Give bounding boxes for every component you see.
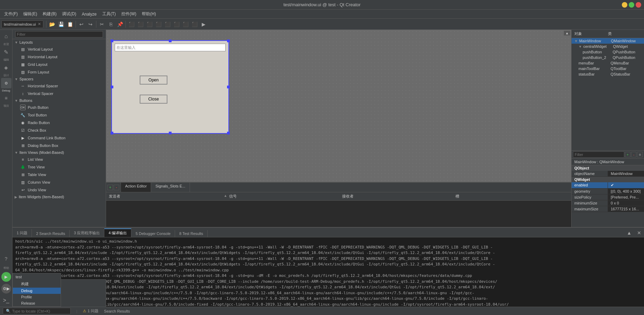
canvas-input-field[interactable]: 在这里输入 bbox=[115, 44, 226, 51]
tb-adjust-btn[interactable]: ⬛ bbox=[190, 20, 199, 28]
widget-item-table-view[interactable]: ⊞ Table View bbox=[12, 171, 106, 178]
prop-row-objectname[interactable]: objectName MainWindow bbox=[572, 171, 644, 177]
widget-section-item-views[interactable]: ▼ Item Views (Model-Based) bbox=[12, 149, 106, 156]
run-debug-button[interactable]: ⚙▶ bbox=[1, 284, 11, 294]
prop-row-minimumsize[interactable]: minimumSize 0 x 0 bbox=[572, 200, 644, 206]
widget-item-tree-view[interactable]: 🌲 Tree View bbox=[12, 163, 106, 171]
file-tab-close-icon[interactable]: ✕ bbox=[38, 22, 41, 26]
widget-section-layouts[interactable]: ▼ Layouts bbox=[12, 39, 106, 45]
tb-grid-btn[interactable]: ⬛ bbox=[163, 20, 172, 28]
tb-saveas-btn[interactable]: 📋 bbox=[66, 20, 74, 28]
widget-item-radio-button[interactable]: ◉ Radio Button bbox=[12, 119, 106, 126]
widget-item-undo-view[interactable]: ↩ Undo View bbox=[12, 186, 106, 194]
prop-objectname-value[interactable]: MainWindow bbox=[608, 171, 644, 176]
widget-item-form-layout[interactable]: ▧ Form Layout bbox=[12, 68, 106, 76]
build-config-item-profile[interactable]: Profile bbox=[13, 294, 61, 300]
tb-break-btn[interactable]: ⬛ bbox=[181, 20, 190, 28]
build-config-item-debug[interactable]: Debug bbox=[13, 288, 61, 294]
widget-item-horizontal-spacer[interactable]: ↔ Horizontal Spacer bbox=[12, 82, 106, 90]
canvas-open-button[interactable]: Open bbox=[140, 76, 167, 85]
menu-tools[interactable]: 工具(T) bbox=[99, 10, 119, 18]
oi-row-statusbar[interactable]: statusBar QStatusBar bbox=[572, 71, 644, 77]
property-remove-btn[interactable]: - bbox=[631, 152, 637, 157]
build-config-item-release[interactable]: Release bbox=[13, 300, 61, 306]
oi-row-centralwidget[interactable]: ▼ centralWidget QWidget bbox=[572, 44, 644, 49]
sidebar-project-icon[interactable]: ≡ bbox=[1, 93, 11, 103]
signal-slot-add-btn[interactable]: + bbox=[107, 185, 113, 190]
menu-build[interactable]: 构建(B) bbox=[40, 10, 59, 18]
oi-row-pushbutton[interactable]: pushButton QPushButton bbox=[572, 49, 644, 55]
widget-item-vertical-layout[interactable]: ▤ Vertical Layout bbox=[12, 45, 106, 53]
menu-debug[interactable]: 调试(D) bbox=[59, 10, 79, 18]
tb-paste-btn[interactable]: 📌 bbox=[116, 20, 124, 28]
canvas-close-button[interactable]: Close bbox=[140, 95, 167, 104]
tb-copy-btn[interactable]: ⎘ bbox=[107, 20, 115, 28]
widget-item-horizontal-layout[interactable]: ▥ Horizontal Layout bbox=[12, 53, 106, 61]
tb-preview-btn[interactable]: ▶ bbox=[199, 20, 208, 28]
tb-undo-btn[interactable]: ↩ bbox=[77, 20, 86, 28]
widget-item-vertical-spacer[interactable]: ↕ Vertical Spacer bbox=[12, 90, 106, 97]
bottom-panel-collapse-btn[interactable]: ▲ bbox=[624, 229, 634, 237]
widget-item-list-view[interactable]: ≡ List View bbox=[12, 156, 106, 163]
bottom-panel-close-btn[interactable]: ✕ bbox=[634, 229, 644, 237]
widget-item-check-box[interactable]: ☑ Check Box bbox=[12, 126, 106, 134]
widget-item-push-button[interactable]: OK Push Button bbox=[12, 104, 106, 111]
menu-widget[interactable]: 控件(W) bbox=[119, 10, 139, 18]
oi-row-pushbutton2[interactable]: pushButton_2 QPushButton bbox=[572, 55, 644, 60]
bottom-tab-compile-output[interactable]: 4 编译输出 bbox=[104, 228, 131, 237]
file-tab[interactable]: test/mainwindow.ui ✕ bbox=[1, 20, 43, 28]
prop-row-enabled[interactable]: enabled ✔ bbox=[572, 182, 644, 189]
status-problems-count[interactable]: ⚠ 1 问题 bbox=[83, 308, 98, 314]
widget-item-dialog-button-box[interactable]: ⊞ Dialog Button Box bbox=[12, 142, 106, 149]
tb-align-center-btn[interactable]: ⬛ bbox=[136, 20, 145, 28]
oi-row-mainwindow[interactable]: ▼ MainWindow QMainWindow bbox=[572, 38, 644, 44]
handle-bc[interactable] bbox=[169, 132, 172, 134]
menu-file[interactable]: 文件(F) bbox=[1, 10, 20, 18]
sidebar-welcome-icon[interactable]: ⌂ bbox=[1, 31, 11, 42]
bottom-tab-debugger-console[interactable]: 5 Debugger Console bbox=[131, 230, 175, 237]
run-button[interactable]: ▶ bbox=[1, 272, 11, 282]
tb-form-btn[interactable]: ⬛ bbox=[172, 20, 181, 28]
bottom-tab-search-results[interactable]: 2 Search Results bbox=[32, 230, 70, 237]
build-config-test-header[interactable]: test bbox=[13, 273, 61, 280]
status-search-results[interactable]: Search Results bbox=[104, 309, 130, 313]
tb-cut-btn[interactable]: ✂ bbox=[98, 20, 106, 28]
action-editor-tab[interactable]: Action Editor bbox=[121, 183, 151, 192]
prop-row-maximumsize[interactable]: maximumSize 16777215 x 16... bbox=[572, 206, 644, 212]
locate-input[interactable] bbox=[12, 309, 68, 313]
property-options-btn[interactable]: ≡ bbox=[637, 152, 643, 157]
handle-tc[interactable] bbox=[169, 40, 172, 42]
property-add-btn[interactable]: + bbox=[625, 152, 630, 157]
menu-analyze[interactable]: Analyze bbox=[79, 11, 99, 17]
handle-ml[interactable] bbox=[111, 86, 113, 88]
canvas-collapse-btn[interactable]: ▲ bbox=[564, 30, 571, 36]
bottom-tab-test-results[interactable]: 8 Test Results bbox=[175, 230, 208, 237]
signals-slots-tab[interactable]: Signals_Slots E... bbox=[151, 183, 190, 192]
maximize-button[interactable] bbox=[629, 2, 634, 8]
prop-row-sizepolicy[interactable]: sizePolicy [Preferred, Pre... bbox=[572, 194, 644, 200]
bottom-tab-app-output[interactable]: 3 应用程序输出 bbox=[70, 229, 104, 237]
tb-open-btn[interactable]: 📂 bbox=[48, 20, 56, 28]
tb-layout-btn[interactable]: ⬛ bbox=[154, 20, 163, 28]
prop-row-geometry[interactable]: geometry [(0, 0), 400 x 300] bbox=[572, 189, 644, 194]
terminal-button[interactable]: >_ bbox=[1, 296, 11, 305]
widget-section-spacers[interactable]: ▼ Spacers bbox=[12, 76, 106, 82]
widget-item-column-view[interactable]: ▥ Column View bbox=[12, 178, 106, 186]
menu-edit[interactable]: 编辑(E) bbox=[20, 10, 40, 18]
widget-filter-input[interactable] bbox=[15, 31, 103, 37]
sidebar-edit-icon[interactable]: ✎ bbox=[1, 47, 11, 57]
oi-row-maintoolbar[interactable]: mainToolBar QToolBar bbox=[572, 66, 644, 71]
tb-redo-btn[interactable]: ↪ bbox=[86, 20, 95, 28]
handle-br[interactable] bbox=[227, 132, 230, 134]
tb-align-right-btn[interactable]: ⬛ bbox=[145, 20, 154, 28]
menu-help[interactable]: 帮助(H) bbox=[139, 10, 159, 18]
property-filter-input[interactable] bbox=[573, 151, 624, 158]
handle-bl[interactable] bbox=[111, 132, 113, 134]
canvas[interactable]: 在这里输入 bbox=[106, 30, 571, 182]
widget-item-grid-layout[interactable]: ▦ Grid Layout bbox=[12, 61, 106, 68]
sidebar-help-icon[interactable]: ? bbox=[1, 254, 11, 264]
handle-mr[interactable] bbox=[227, 86, 230, 88]
tb-save-btn[interactable]: 💾 bbox=[57, 20, 65, 28]
signal-slot-remove-btn[interactable]: - bbox=[114, 185, 119, 190]
prop-enabled-value[interactable]: ✔ bbox=[608, 182, 644, 188]
